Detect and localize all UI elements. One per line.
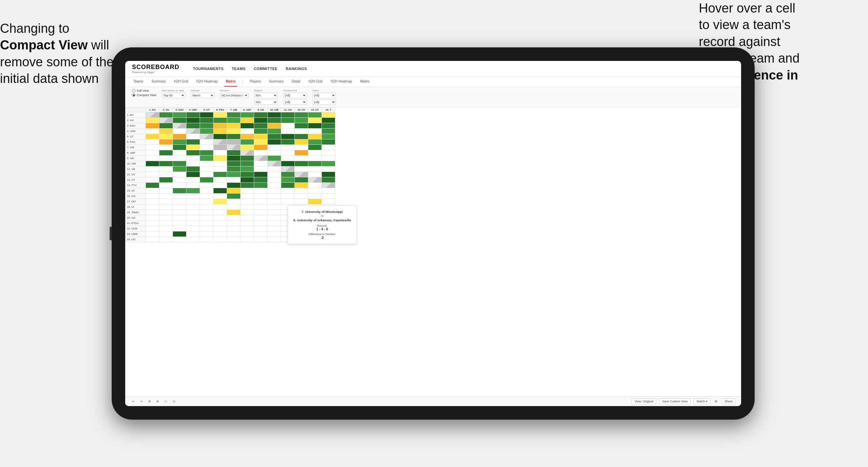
matrix-cell[interactable]: [268, 134, 281, 139]
matrix-cell[interactable]: [227, 166, 241, 172]
matrix-cell[interactable]: [214, 237, 227, 242]
matrix-cell[interactable]: [200, 237, 214, 242]
matrix-cell[interactable]: [268, 118, 281, 123]
matrix-cell[interactable]: [268, 183, 281, 188]
matrix-cell[interactable]: [200, 199, 214, 204]
matrix-cell[interactable]: [159, 210, 173, 215]
matrix-cell[interactable]: [227, 221, 241, 226]
tablet-side-button[interactable]: [110, 227, 112, 240]
matrix-cell[interactable]: [281, 123, 295, 129]
matrix-cell[interactable]: [146, 139, 159, 145]
matrix-cell[interactable]: [173, 204, 186, 210]
subnav-h2h-heatmap-right[interactable]: H2H Heatmap: [329, 77, 353, 87]
matrix-cell[interactable]: [254, 139, 268, 145]
matrix-cell[interactable]: [227, 188, 241, 194]
matrix-cell[interactable]: [254, 177, 268, 183]
matrix-cell[interactable]: [295, 123, 308, 129]
matrix-cell[interactable]: [322, 194, 335, 199]
matrix-cell[interactable]: [281, 112, 295, 118]
matrix-cell[interactable]: [268, 204, 281, 210]
matrix-cell[interactable]: [146, 215, 159, 221]
matrix-cell[interactable]: [227, 231, 241, 237]
matrix-cell[interactable]: [268, 145, 281, 150]
matrix-cell[interactable]: [214, 118, 227, 123]
matrix-cell[interactable]: [186, 145, 200, 150]
matrix-cell[interactable]: [146, 188, 159, 194]
matrix-cell[interactable]: [227, 161, 241, 166]
matrix-cell[interactable]: [200, 188, 214, 194]
matrix-cell[interactable]: [322, 139, 335, 145]
matrix-cell[interactable]: [295, 166, 308, 172]
subnav-h2h-grid-right[interactable]: H2H Grid: [307, 77, 324, 87]
matrix-cell[interactable]: [281, 145, 295, 150]
matrix-cell[interactable]: [254, 118, 268, 123]
matrix-cell[interactable]: [308, 199, 322, 204]
matrix-cell[interactable]: [322, 166, 335, 172]
matrix-cell[interactable]: [159, 231, 173, 237]
matrix-cell[interactable]: [186, 118, 200, 123]
matrix-cell[interactable]: [214, 123, 227, 129]
region-select-1[interactable]: N/A: [254, 93, 278, 98]
matrix-cell[interactable]: [254, 204, 268, 210]
matrix-cell[interactable]: [268, 231, 281, 237]
matrix-cell[interactable]: [159, 177, 173, 183]
toolbar-add2[interactable]: ⊕: [155, 399, 160, 404]
matrix-cell[interactable]: [227, 204, 241, 210]
matrix-cell[interactable]: [322, 123, 335, 129]
matrix-cell[interactable]: [159, 221, 173, 226]
gender-select[interactable]: Men's: [191, 93, 215, 98]
matrix-container[interactable]: 1. AU2. VU3. ASU4. UNC5. UT6. FSU7. UM8.…: [125, 107, 741, 396]
matrix-cell[interactable]: [241, 226, 254, 231]
subnav-summary-right[interactable]: Summary: [268, 77, 285, 87]
matrix-cell[interactable]: [254, 215, 268, 221]
matrix-cell[interactable]: [227, 150, 241, 156]
matrix-cell[interactable]: [268, 129, 281, 134]
subnav-players[interactable]: Players: [248, 77, 262, 87]
subnav-matrix-right[interactable]: Matrix: [359, 77, 371, 87]
matrix-cell[interactable]: [254, 156, 268, 161]
matrix-cell[interactable]: [241, 145, 254, 150]
matrix-cell[interactable]: [214, 156, 227, 161]
matrix-cell[interactable]: [186, 129, 200, 134]
matrix-cell[interactable]: [254, 231, 268, 237]
matrix-cell[interactable]: [268, 226, 281, 231]
matrix-cell[interactable]: [173, 145, 186, 150]
matrix-cell[interactable]: [146, 231, 159, 237]
matrix-cell[interactable]: [281, 118, 295, 123]
toolbar-view-original[interactable]: View: Original: [631, 398, 656, 404]
matrix-cell[interactable]: [146, 221, 159, 226]
matrix-cell[interactable]: [295, 199, 308, 204]
matrix-cell[interactable]: [322, 150, 335, 156]
matrix-cell[interactable]: [173, 237, 186, 242]
matrix-cell[interactable]: [173, 156, 186, 161]
matrix-cell[interactable]: [159, 118, 173, 123]
matrix-cell[interactable]: [200, 215, 214, 221]
matrix-cell[interactable]: [227, 177, 241, 183]
matrix-cell[interactable]: [159, 112, 173, 118]
matrix-cell[interactable]: [173, 123, 186, 129]
matrix-cell[interactable]: [146, 156, 159, 161]
matrix-cell[interactable]: [254, 123, 268, 129]
matrix-cell[interactable]: [214, 221, 227, 226]
matrix-cell[interactable]: [146, 226, 159, 231]
matrix-cell[interactable]: [254, 226, 268, 231]
matrix-cell[interactable]: [159, 194, 173, 199]
matrix-cell[interactable]: [281, 199, 295, 204]
matrix-cell[interactable]: [200, 221, 214, 226]
matrix-cell[interactable]: [254, 172, 268, 177]
full-view-radio[interactable]: [132, 89, 135, 92]
matrix-cell[interactable]: [295, 112, 308, 118]
matrix-cell[interactable]: [227, 129, 241, 134]
matrix-cell[interactable]: [254, 188, 268, 194]
matrix-cell[interactable]: [200, 134, 214, 139]
matrix-cell[interactable]: [146, 118, 159, 123]
matrix-cell[interactable]: [295, 188, 308, 194]
matrix-cell[interactable]: [268, 177, 281, 183]
matrix-cell[interactable]: [200, 123, 214, 129]
matrix-cell[interactable]: [173, 231, 186, 237]
matrix-cell[interactable]: [308, 194, 322, 199]
matrix-cell[interactable]: [241, 183, 254, 188]
matrix-cell[interactable]: [159, 166, 173, 172]
division-select[interactable]: NCAA Division I: [220, 93, 249, 98]
matrix-cell[interactable]: [308, 118, 322, 123]
